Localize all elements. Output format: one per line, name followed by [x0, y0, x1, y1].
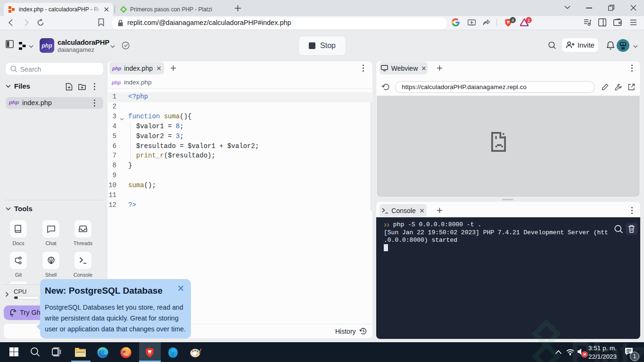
- svg-text:Platzi: Platzi: [570, 335, 644, 362]
